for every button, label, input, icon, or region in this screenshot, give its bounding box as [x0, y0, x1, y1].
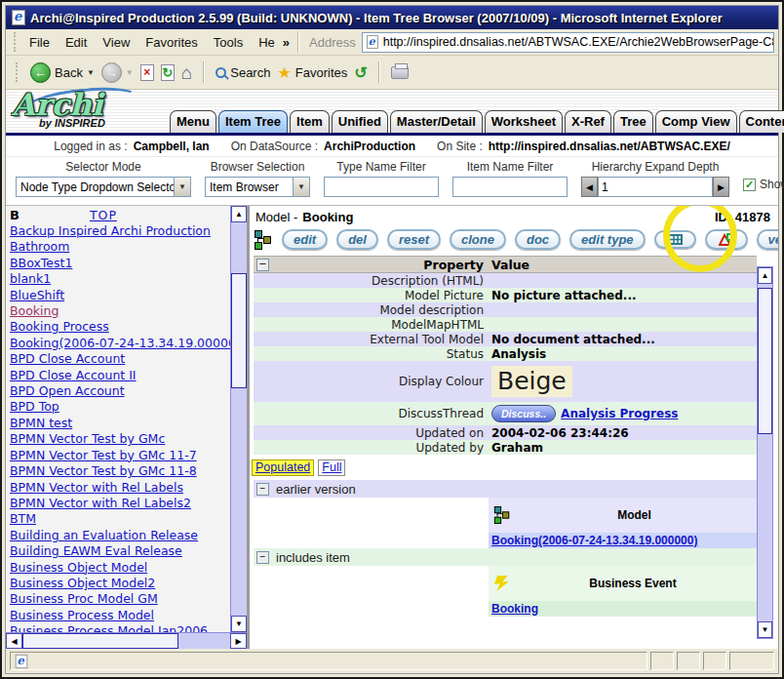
detail-scroll-thumb[interactable]: [758, 288, 772, 434]
list-item[interactable]: BPMN Vector with Rel Labels2: [10, 496, 230, 511]
list-item[interactable]: Business Process Model Jan2006: [10, 623, 230, 632]
list-item[interactable]: BPMN test: [10, 416, 230, 431]
detail-vertical-scrollbar[interactable]: ▲ ▼: [757, 266, 773, 639]
tab-x-ref[interactable]: X-Ref: [565, 110, 611, 133]
list-item[interactable]: Building an Evaluation Release: [10, 528, 230, 543]
list-item[interactable]: Business Object Model2: [10, 576, 230, 591]
tab-item-tree[interactable]: Item Tree: [218, 110, 288, 133]
edit-type-button[interactable]: edit type: [569, 229, 645, 250]
list-item[interactable]: BPD Top: [10, 399, 230, 415]
list-item[interactable]: blank1: [10, 271, 230, 287]
toolbar-separator2: [378, 61, 380, 83]
discuss-button[interactable]: Discuss..: [491, 405, 556, 422]
list-item[interactable]: Business Process Model: [10, 608, 230, 623]
list-item[interactable]: Booking: [10, 303, 230, 319]
tab-comp-view[interactable]: Comp View: [655, 110, 737, 133]
depth-increment-button[interactable]: ▶: [713, 177, 729, 197]
collapse-icon[interactable]: −: [256, 551, 269, 564]
depth-decrement-button[interactable]: ◀: [581, 177, 598, 197]
clone-button[interactable]: clone: [450, 229, 506, 250]
hierarchy-depth-input[interactable]: [598, 177, 713, 197]
item-list-vertical-scrollbar[interactable]: ▲ ▼: [230, 206, 247, 632]
del-button[interactable]: del: [336, 229, 378, 250]
scroll-left-button[interactable]: ◀: [6, 633, 22, 649]
list-item[interactable]: BPD Close Account: [10, 351, 230, 367]
menu-overflow-chevron[interactable]: »: [283, 35, 294, 50]
list-item[interactable]: Backup Inspired Archi Production: [10, 223, 230, 239]
menu-item-file[interactable]: File: [21, 33, 58, 52]
search-button[interactable]: Search: [216, 65, 270, 80]
section-item-link[interactable]: Booking: [491, 602, 538, 616]
favorites-button[interactable]: ★ Favorites: [277, 63, 347, 82]
menu-item-tools[interactable]: Tools: [206, 33, 251, 52]
selector-mode-dropdown-icon[interactable]: ▼: [174, 178, 190, 196]
edit-button[interactable]: edit: [282, 229, 328, 250]
tab-item[interactable]: Item: [290, 110, 330, 133]
list-item[interactable]: Bathroom: [10, 239, 230, 255]
detail-scroll-up-button[interactable]: ▲: [758, 267, 772, 284]
type-name-filter-input[interactable]: [324, 177, 439, 197]
tab-menu[interactable]: Menu: [170, 110, 216, 133]
item-list-horizontal-scrollbar[interactable]: ◀ ▶: [6, 632, 247, 649]
home-button[interactable]: ⌂: [181, 64, 192, 81]
item-name-filter-input[interactable]: [452, 177, 568, 197]
view-tab-populated[interactable]: Populated: [252, 459, 314, 476]
tab-tree[interactable]: Tree: [613, 110, 653, 133]
detail-scroll-down-button[interactable]: ▼: [758, 621, 772, 638]
list-item[interactable]: BPMN Vector Test by GMc 11-8: [10, 463, 230, 479]
list-item[interactable]: BPMN Vector Test by GMc: [10, 431, 230, 447]
doc-button[interactable]: doc: [515, 229, 561, 250]
list-item[interactable]: BPD Close Account II: [10, 368, 230, 383]
tab-worksheet[interactable]: Worksheet: [485, 110, 563, 133]
tab-unified[interactable]: Unified: [332, 110, 388, 133]
list-item[interactable]: Business Proc Model GM: [10, 591, 230, 607]
stop-button[interactable]: ×: [140, 64, 154, 81]
list-item[interactable]: BBoxTest1: [10, 256, 230, 271]
tab-master-detail[interactable]: Master/Detail: [390, 110, 483, 133]
print-button[interactable]: [391, 66, 409, 79]
tab-content[interactable]: Content: [739, 110, 784, 133]
title-bar: Archi@Inspired Production 2.5.99 (Build:…: [6, 6, 778, 29]
discuss-thread-link[interactable]: Analysis Progress: [561, 407, 678, 420]
address-input[interactable]: http://inspired.dnsalias.net/ABTWSAC.EXE…: [362, 32, 774, 53]
menu-item-view[interactable]: View: [95, 33, 137, 52]
reset-button[interactable]: reset: [387, 229, 441, 250]
selector-mode-select[interactable]: Node Type Dropdown Selector ▼: [16, 177, 191, 197]
h-scroll-thumb[interactable]: [22, 633, 178, 649]
list-item[interactable]: Booking(2006-07-24-13.34.19.000000): [10, 336, 230, 351]
menu-item-favorites[interactable]: Favorites: [137, 33, 205, 52]
home-icon: ⌂: [181, 64, 192, 81]
menu-item-edit[interactable]: Edit: [58, 33, 95, 52]
back-dropdown-icon[interactable]: ▼: [87, 68, 95, 77]
scroll-up-button[interactable]: ▲: [231, 206, 247, 222]
grid-view-button[interactable]: [654, 230, 696, 249]
collapse-icon[interactable]: −: [256, 483, 269, 496]
list-item[interactable]: Booking Process: [10, 319, 230, 335]
group-top-link[interactable]: TOP: [90, 207, 117, 223]
list-item[interactable]: Business Object Model: [10, 560, 230, 576]
forward-button[interactable]: → ▼: [101, 62, 134, 83]
browser-selection-dropdown-icon[interactable]: ▼: [293, 178, 309, 196]
refresh-button[interactable]: ↻: [161, 64, 175, 81]
section-type-row: Business Event: [254, 566, 757, 601]
view-tab-full[interactable]: Full: [318, 459, 345, 476]
list-item[interactable]: BlueShift: [10, 288, 230, 303]
back-button[interactable]: ← Back ▼: [30, 62, 95, 83]
version-button[interactable]: ver: [757, 229, 778, 250]
history-button[interactable]: ↺: [354, 63, 367, 82]
list-item[interactable]: BPMN Vector Test by GMc 11-7: [10, 448, 230, 463]
scroll-thumb[interactable]: [231, 273, 247, 388]
scroll-down-button[interactable]: ▼: [231, 616, 247, 632]
list-item[interactable]: BTM: [10, 511, 230, 527]
property-value: Graham: [489, 441, 757, 455]
show-only-checkbox[interactable]: ✓: [743, 179, 756, 191]
scroll-right-button[interactable]: ▶: [230, 633, 247, 649]
list-item[interactable]: BPMN Vector with Rel Labels: [10, 480, 230, 496]
list-item[interactable]: Building EAWM Eval Release: [10, 543, 230, 559]
browser-selection-select[interactable]: Item Browser ▼: [205, 177, 310, 197]
menu-item-he[interactable]: He: [251, 33, 283, 52]
section-item-link[interactable]: Booking(2006-07-24-13.34.19.000000): [491, 534, 697, 547]
collapse-icon[interactable]: −: [256, 259, 269, 271]
list-item[interactable]: BPD Open Account: [10, 383, 230, 399]
diagram-button[interactable]: [705, 229, 748, 250]
